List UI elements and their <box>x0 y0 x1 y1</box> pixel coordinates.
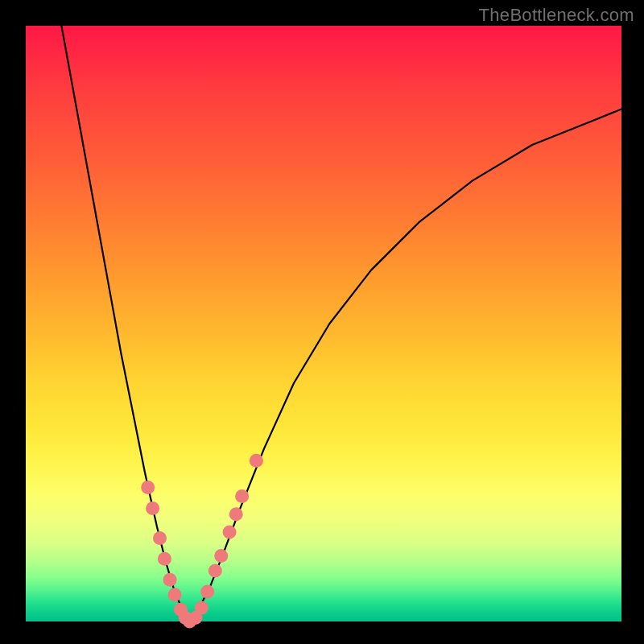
data-marker <box>158 552 171 566</box>
data-marker <box>250 454 263 468</box>
data-marker <box>235 489 249 503</box>
data-marker <box>195 601 208 614</box>
chart-frame: TheBottleneck.com <box>0 0 644 644</box>
data-marker <box>163 573 177 587</box>
data-marker <box>229 507 243 521</box>
data-marker <box>168 588 182 601</box>
data-marker <box>146 502 159 515</box>
curve-left <box>61 26 189 621</box>
data-marker <box>153 531 167 545</box>
data-marker <box>141 481 155 494</box>
data-marker <box>200 585 214 599</box>
data-marker <box>214 549 228 563</box>
watermark-text: TheBottleneck.com <box>479 5 634 26</box>
chart-svg <box>26 26 621 621</box>
data-marker <box>223 526 237 539</box>
data-marker <box>208 564 222 578</box>
data-markers <box>141 454 263 629</box>
curve-right <box>190 109 622 621</box>
